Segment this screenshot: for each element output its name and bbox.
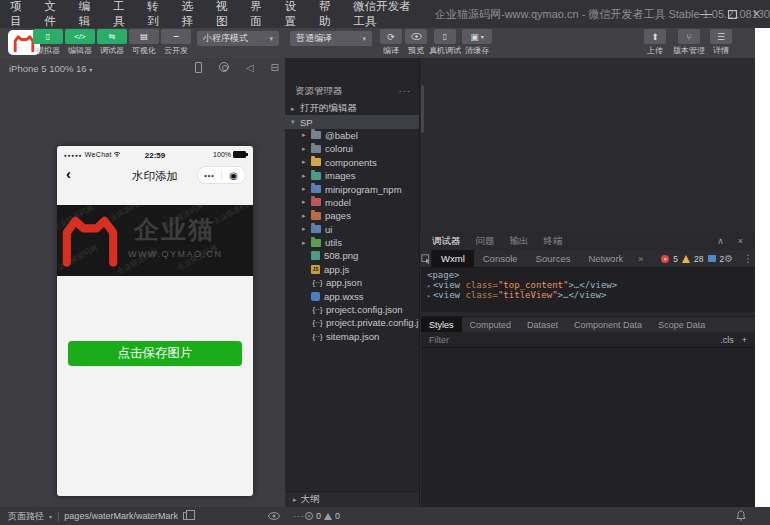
toggle-debugger[interactable]: ⇆ 调试器 [95, 29, 129, 56]
tab-problems[interactable]: 问题 [476, 235, 495, 248]
tree-folder[interactable]: ▸components [285, 156, 419, 169]
menu-tools[interactable]: 工具 [113, 0, 132, 29]
js-file-icon: JS [311, 265, 320, 274]
styletab-computed[interactable]: Computed [462, 317, 520, 332]
banner-cat-logo-icon [61, 212, 119, 268]
page-path-label[interactable]: 页面路径 [8, 510, 44, 523]
device-frame-icon[interactable] [195, 62, 202, 73]
clear-cache-button[interactable]: ▣▾ 清缓存 [461, 29, 493, 56]
refresh-icon: ⟳ [387, 32, 395, 42]
folder-icon [311, 225, 321, 233]
chevron-down-icon: ▾ [362, 35, 366, 43]
menu-interface[interactable]: 界面 [250, 0, 269, 29]
eye-icon[interactable] [268, 512, 280, 520]
tree-folder[interactable]: ▸pages [285, 209, 419, 222]
detail-button[interactable]: ☰ 详情 [708, 29, 734, 56]
compile-mode-select[interactable]: 普通编译▾ [290, 31, 372, 46]
more-icon[interactable]: ••• [198, 172, 221, 179]
float-window-icon[interactable]: ⊟ [271, 62, 279, 73]
styles-filter-input[interactable]: Filter [429, 335, 449, 345]
tree-folder[interactable]: ▸colorui [285, 142, 419, 155]
mode-select[interactable]: 小程序模式▾ [197, 31, 279, 46]
tree-open-editors[interactable]: ▸打开的编辑器 [285, 102, 419, 115]
tree-file[interactable]: {··}app.json [285, 276, 419, 289]
upload-button[interactable]: ⬆ 上传 [641, 29, 669, 56]
tree-file[interactable]: {··}sitemap.json [285, 330, 419, 343]
capsule-close-icon[interactable]: ◉ [222, 170, 245, 181]
tree-folder[interactable]: ▸utils [285, 236, 419, 249]
home-button-icon[interactable] [219, 62, 229, 72]
styletab-component-data[interactable]: Component Data [566, 317, 650, 332]
copy-icon[interactable] [183, 512, 190, 520]
folder-icon [311, 185, 321, 193]
explorer-title: 资源管理器 [295, 85, 343, 98]
warning-badge-icon[interactable] [682, 255, 690, 263]
ellipsis-icon[interactable]: ··· [293, 511, 305, 521]
menu-settings[interactable]: 设置 [285, 0, 304, 29]
more-tabs-icon[interactable]: » [632, 254, 649, 264]
tree-folder[interactable]: ▸ui [285, 223, 419, 236]
toggle-cloud[interactable]: ∽ 云开发 [159, 29, 193, 56]
menu-edit[interactable]: 编辑 [79, 0, 98, 29]
menu-select[interactable]: 选择 [182, 0, 201, 29]
tab-debugger[interactable]: 调试器 [432, 235, 461, 248]
mute-icon[interactable]: ◁ [246, 62, 254, 73]
tree-folder[interactable]: ▸images [285, 169, 419, 182]
styletab-scope-data[interactable]: Scope Data [650, 317, 713, 332]
error-count-icon[interactable]: × [305, 512, 313, 520]
cls-toggle[interactable]: .cls [720, 335, 734, 345]
version-button[interactable]: ⑂ 版本管理 [670, 29, 708, 56]
device-select[interactable]: iPhone 5 100% 16 ▾ [9, 63, 92, 74]
devtab-wxml[interactable]: Wxml [432, 250, 474, 267]
warning-count-icon[interactable] [324, 513, 332, 520]
image-file-icon [311, 251, 320, 260]
tree-folder[interactable]: ▸model [285, 196, 419, 209]
compile-button[interactable]: ⟳ 编译 [379, 29, 403, 56]
close-icon[interactable]: × [738, 236, 743, 246]
close-icon[interactable]: × [753, 0, 760, 28]
tab-output[interactable]: 输出 [510, 235, 529, 248]
tree-file[interactable]: {··}project.private.config.js... [285, 316, 419, 329]
more-actions-icon[interactable]: ··· [399, 85, 412, 98]
error-badge-icon[interactable]: × [661, 255, 669, 263]
tree-file[interactable]: {··}project.config.json [285, 303, 419, 316]
maximize-icon[interactable] [728, 10, 737, 19]
menu-view[interactable]: 视图 [216, 0, 235, 29]
kebab-menu-icon[interactable]: ⋮ [743, 253, 753, 264]
devtab-console[interactable]: Console [474, 250, 527, 267]
tab-terminal[interactable]: 终端 [544, 235, 563, 248]
scrollbar[interactable] [421, 85, 424, 133]
collapse-icon[interactable]: ∧ [717, 236, 724, 246]
styletab-styles[interactable]: Styles [421, 317, 462, 332]
wxml-node[interactable]: ▸<view class="titleView">…</view> [427, 291, 755, 302]
tree-file[interactable]: 508.png [285, 249, 419, 262]
tree-folder[interactable]: ▸miniprogram_npm [285, 182, 419, 195]
save-image-button[interactable]: 点击保存图片 [68, 341, 242, 366]
toggle-editor[interactable]: </> 编辑器 [63, 29, 97, 56]
info-badge-icon[interactable] [708, 255, 716, 262]
list-icon: ☰ [717, 32, 725, 42]
tree-folder[interactable]: ▸@babel [285, 129, 419, 142]
menu-file[interactable]: 文件 [44, 0, 63, 29]
toggle-visualization[interactable]: ▤ 可视化 [127, 29, 161, 56]
tree-file[interactable]: app.wxss [285, 289, 419, 302]
wxss-file-icon [311, 292, 320, 301]
bell-icon[interactable] [736, 510, 746, 521]
device-debug-button[interactable]: ▯ 真机调试 [426, 29, 464, 56]
menu-project[interactable]: 项目 [10, 0, 29, 29]
devtab-sources[interactable]: Sources [527, 250, 580, 267]
minimize-icon[interactable]: — [700, 0, 712, 28]
folder-icon [311, 239, 321, 247]
menu-wechat-devtools[interactable]: 微信开发者工具 [353, 0, 421, 29]
devtab-network[interactable]: Network [579, 250, 632, 267]
add-style-icon[interactable]: + [742, 335, 747, 345]
tree-file[interactable]: JSapp.js [285, 263, 419, 276]
tree-root[interactable]: ▾SP [285, 115, 419, 128]
gear-icon[interactable]: ⚙ [724, 253, 733, 264]
styletab-dataset[interactable]: Dataset [519, 317, 566, 332]
outline-section[interactable]: ▸大纲 [285, 491, 419, 507]
toggle-simulator[interactable]: ▯ 模拟器 [31, 29, 65, 56]
menu-help[interactable]: 帮助 [319, 0, 338, 29]
inspect-element-icon[interactable] [421, 250, 432, 267]
menu-goto[interactable]: 转到 [147, 0, 166, 29]
